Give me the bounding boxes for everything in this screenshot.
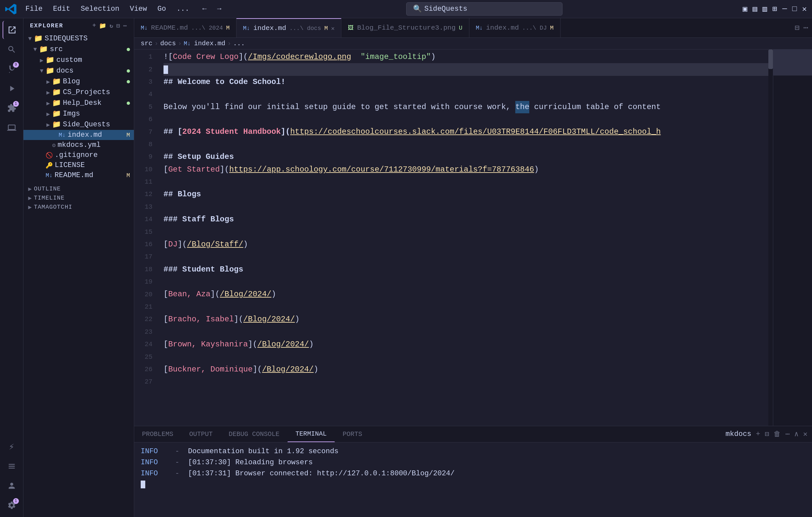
search-activity-icon[interactable] — [3, 40, 21, 59]
menu-selection[interactable]: Selection — [76, 4, 124, 14]
sidebar-item-gitignore[interactable]: ▶ 🚫 .gitignore — [24, 150, 134, 160]
menu-view[interactable]: View — [125, 4, 151, 14]
more-actions-icon[interactable]: ⋯ — [123, 22, 127, 29]
collapse-icon[interactable]: ⊟ — [116, 22, 120, 29]
chevron-up-icon[interactable]: ∧ — [794, 430, 799, 438]
code-editor[interactable]: 1 2 3 4 5 6 7 8 9 10 11 12 13 14 — [134, 50, 812, 426]
new-folder-icon[interactable]: 📁 — [99, 22, 107, 29]
refresh-icon[interactable]: ↻ — [110, 22, 114, 29]
layout-icon3[interactable]: ▥ — [762, 4, 767, 14]
line-num-22: 22 — [134, 313, 152, 326]
sidebar-section-timeline[interactable]: ▶ TIMELINE — [24, 193, 134, 203]
extensions-activity-icon[interactable]: 1 — [3, 99, 21, 117]
split-editor-icon[interactable]: ⊟ — [795, 23, 799, 33]
more-tabs-icon[interactable]: ⋯ — [804, 23, 808, 33]
new-file-icon[interactable]: + — [92, 22, 97, 29]
editor-area: M↓ README.md ...\ 2024 M M↓ index.md ...… — [134, 18, 812, 517]
modified-badge-readme: M — [126, 172, 130, 179]
sidebar-section-outline[interactable]: ▶ OUTLINE — [24, 184, 134, 193]
sidebar-item-src[interactable]: ▼ 📁 src — [24, 44, 134, 55]
sidebar-item-readme[interactable]: ▶ M↓ README.md M — [24, 170, 134, 180]
add-terminal-icon[interactable]: + — [756, 430, 760, 438]
code-line-25 — [164, 351, 768, 363]
tab-readme[interactable]: M↓ README.md ...\ 2024 M — [134, 18, 236, 37]
close-panel-icon[interactable]: ✕ — [803, 430, 807, 438]
code-link-text-7: 2024 Student Handbook — [182, 126, 281, 138]
menu-go[interactable]: Go — [153, 4, 170, 14]
sidebar-label-readme: README.md — [55, 171, 127, 179]
sidebar-label-imgs: Imgs — [63, 110, 134, 118]
breadcrumb-more[interactable]: ... — [233, 40, 245, 47]
sidebar-item-cs-projects[interactable]: ▶ 📁 CS_Projects — [24, 87, 134, 98]
sidebar-item-help-desk[interactable]: ▶ 📁 Help_Desk — [24, 98, 134, 109]
minimap — [773, 50, 812, 426]
lightning-activity-icon[interactable]: ⚡ — [3, 437, 21, 456]
settings-activity-icon[interactable]: 1 — [3, 496, 21, 514]
terminal-dash-1: - — [158, 447, 188, 455]
sidebar-item-imgs[interactable]: ▶ 📁 Imgs — [24, 109, 134, 119]
sidebar-section-tamagotchi[interactable]: ▶ TAMAGOTCHI — [24, 203, 134, 212]
editor-scrollbar[interactable] — [768, 50, 773, 426]
source-control-activity-icon[interactable]: 9 — [3, 60, 21, 78]
sidebar-item-mkdocs[interactable]: ▶ ⚙ mkdocs.yml — [24, 140, 134, 150]
chevron-right-icon-blog: ▶ — [44, 78, 52, 85]
panel-tab-output[interactable]: OUTPUT — [181, 426, 221, 442]
sidebar-header: EXPLORER + 📁 ↻ ⊟ ⋯ — [24, 18, 134, 33]
line-num-10: 10 — [134, 163, 152, 176]
scrollbar-thumb[interactable] — [768, 50, 773, 69]
panel-tab-terminal[interactable]: TERMINAL — [288, 426, 335, 442]
sidebar-item-side-quests[interactable]: ▶ 📁 Side_Quests — [24, 119, 134, 130]
code-line-19 — [164, 276, 768, 288]
layout-icon4[interactable]: ⊞ — [772, 4, 777, 14]
vscode-logo — [5, 3, 17, 15]
menu-edit[interactable]: Edit — [49, 4, 75, 14]
terminal-cursor — [141, 481, 145, 488]
explorer-activity-icon[interactable] — [3, 21, 21, 39]
split-terminal-icon[interactable]: ⊟ — [765, 430, 769, 438]
remote-explorer-activity-icon[interactable] — [3, 119, 21, 137]
sidebar-item-license[interactable]: ▶ 🔑 LICENSE — [24, 160, 134, 170]
breadcrumb-src[interactable]: src — [141, 40, 152, 47]
panel-tab-problems[interactable]: PROBLEMS — [134, 426, 181, 442]
code-heading-3: ## Welcome to Code School! — [164, 76, 285, 88]
breadcrumb-index[interactable]: index.md — [194, 40, 225, 47]
delete-terminal-icon[interactable]: 🗑 — [774, 430, 781, 438]
code-heading-7a: ## [ — [164, 126, 182, 138]
sidebar-item-custom[interactable]: ▶ 📁 custom — [24, 55, 134, 65]
sidebar-item-index-md[interactable]: ▶ M↓ index.md M — [24, 130, 134, 140]
sidebar-item-docs[interactable]: ▼ 📁 docs — [24, 65, 134, 76]
minimize-button[interactable]: ─ — [782, 5, 787, 13]
extensions2-activity-icon[interactable] — [3, 457, 21, 475]
folder-icon-docs: 📁 — [46, 66, 54, 75]
account-activity-icon[interactable] — [3, 477, 21, 495]
panel-tab-debug[interactable]: DEBUG CONSOLE — [221, 426, 288, 442]
cursor — [164, 65, 168, 74]
file-tree: ▼ 📁 SIDEQUESTS ▼ 📁 src ▶ 📁 custom ▼ 📁 — [24, 33, 134, 212]
layout-icon2[interactable]: ▤ — [752, 4, 757, 14]
sidebar-item-sidequests[interactable]: ▼ 📁 SIDEQUESTS — [24, 33, 134, 44]
code-content: ![Code Crew Logo](/Imgs/codecrewlogo.png… — [157, 50, 768, 426]
tab-blog-structure[interactable]: 🖼 Blog_File_Structure3.png U — [341, 18, 469, 37]
breadcrumb-docs[interactable]: docs — [160, 40, 176, 47]
sidebar-item-blog[interactable]: ▶ 📁 Blog — [24, 76, 134, 87]
command-palette[interactable]: 🔍 SideQuests — [406, 2, 562, 16]
code-heading-7b: ]( — [281, 126, 290, 138]
forward-button[interactable]: → — [212, 4, 226, 14]
code-line-23 — [164, 326, 768, 338]
menu-file[interactable]: File — [21, 4, 47, 14]
code-link-url-26: /Blog/2024/ — [262, 363, 313, 376]
menu-more[interactable]: ... — [172, 4, 194, 14]
panel-tab-ports[interactable]: PORTS — [335, 426, 370, 442]
tab-index-dj[interactable]: M↓ index.md ...\ DJ M — [469, 18, 560, 37]
maximize-button[interactable]: □ — [792, 5, 797, 13]
close-button[interactable]: ✕ — [802, 4, 807, 14]
tab-close-index[interactable]: ✕ — [331, 25, 335, 32]
tab-index-docs[interactable]: M↓ index.md ...\ docs M ✕ — [236, 18, 341, 37]
tab-badge-dj: M — [550, 25, 554, 31]
run-debug-activity-icon[interactable] — [3, 80, 21, 98]
layout-icon1[interactable]: ▣ — [743, 4, 747, 14]
back-button[interactable]: ← — [198, 4, 211, 14]
code-link-text-10: Get Started — [168, 163, 220, 176]
more-terminal-icon[interactable]: ⋯ — [785, 430, 789, 438]
folder-icon-cs: 📁 — [52, 88, 61, 97]
